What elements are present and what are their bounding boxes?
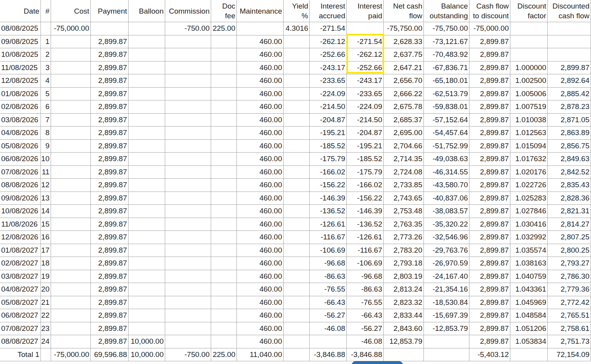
cash-flow-to-discount-cell: 2,899.87 bbox=[469, 231, 510, 244]
num-cell: 5 bbox=[41, 88, 51, 101]
yield-pct-cell bbox=[284, 270, 310, 283]
action-button[interactable] bbox=[352, 361, 403, 364]
discounted-cash-flow-cell: 2,871.05 bbox=[548, 114, 591, 127]
date-cell: 04/08/2027 bbox=[0, 283, 41, 296]
commission-cell bbox=[165, 218, 211, 231]
cost-cell bbox=[51, 335, 91, 348]
interest-accrued-cell: -262.12 bbox=[310, 35, 347, 49]
cash-flow-to-discount-cell: 2,899.87 bbox=[469, 244, 510, 257]
cost-cell bbox=[51, 309, 91, 322]
col-header-balloon: Balloon bbox=[129, 0, 165, 22]
doc-fee-cell bbox=[211, 296, 237, 309]
interest-paid-cell: -106.69 bbox=[347, 257, 384, 270]
discount-factor-cell: 1.038163 bbox=[510, 257, 548, 270]
maintenance-cell: 460.00 bbox=[237, 270, 284, 283]
date-cell: 10/08/2026 bbox=[0, 205, 41, 218]
maintenance-cell: 460.00 bbox=[237, 88, 284, 101]
net-cash-flow-cell: 2,666.22 bbox=[384, 88, 424, 101]
highlighted-interest-paid-cell: -252.66 bbox=[347, 62, 384, 75]
yield-pct-cell bbox=[284, 140, 310, 153]
net-cash-flow-cell: 2,704.66 bbox=[384, 140, 424, 153]
col-header-commission: Commission bbox=[165, 0, 211, 22]
discount-factor-cell: 1.022726 bbox=[510, 179, 548, 192]
balloon-cell bbox=[129, 283, 165, 296]
balloon-cell bbox=[129, 114, 165, 127]
net-cash-flow-cell: 2,724.08 bbox=[384, 166, 424, 179]
yield-pct-cell bbox=[284, 100, 310, 114]
num-cell: 23 bbox=[41, 322, 51, 336]
yield-pct-cell bbox=[284, 62, 310, 75]
balloon-cell bbox=[129, 127, 165, 140]
commission-cell bbox=[165, 48, 211, 62]
balance-outstanding-cell: -18,530.84 bbox=[424, 296, 469, 309]
interest-paid-cell: -185.52 bbox=[347, 153, 384, 166]
cash-flow-to-discount-cell: 2,899.87 bbox=[469, 127, 510, 140]
num-cell: 1 bbox=[41, 35, 51, 49]
discounted-cash-flow-cell: 2,779.36 bbox=[548, 283, 591, 296]
commission-cell bbox=[165, 114, 211, 127]
net-cash-flow-cell: 2,628.33 bbox=[384, 35, 424, 49]
payment-cell: 2,899.87 bbox=[91, 283, 129, 296]
discounted-cash-flow-cell: 2,835.43 bbox=[548, 179, 591, 192]
discount-factor-cell: 1.002500 bbox=[510, 74, 548, 88]
maintenance-cell: 460.00 bbox=[237, 192, 284, 205]
commission-cell bbox=[165, 35, 211, 49]
date-cell: 03/08/2026 bbox=[0, 114, 41, 127]
cost-cell bbox=[51, 205, 91, 218]
balloon-cell bbox=[129, 296, 165, 309]
payment-cell: 2,899.87 bbox=[91, 153, 129, 166]
yield-pct-cell bbox=[284, 309, 310, 322]
payment-cell: 2,899.87 bbox=[91, 296, 129, 309]
date-cell: 10/08/2025 bbox=[0, 48, 41, 62]
doc-fee-cell bbox=[211, 127, 237, 140]
commission-cell bbox=[165, 322, 211, 336]
interest-accrued-cell: -175.79 bbox=[310, 153, 347, 166]
interest-accrued-cell: -243.17 bbox=[310, 62, 347, 75]
cash-flow-to-discount-cell: 2,899.87 bbox=[469, 296, 510, 309]
balloon-cell bbox=[129, 192, 165, 205]
commission-cell bbox=[165, 257, 211, 270]
num-cell: 8 bbox=[41, 127, 51, 140]
interest-paid-cell: -204.87 bbox=[347, 127, 384, 140]
num-cell: 2 bbox=[41, 48, 51, 62]
cost-cell bbox=[51, 62, 91, 75]
balloon-cell bbox=[129, 100, 165, 114]
discount-factor-cell: 1.051206 bbox=[510, 322, 548, 336]
doc-fee-cell bbox=[211, 88, 237, 101]
payment-cell: 2,899.87 bbox=[91, 270, 129, 283]
balance-outstanding-cell: -15,697.39 bbox=[424, 309, 469, 322]
num-cell: 15 bbox=[41, 218, 51, 231]
col-header-num: # bbox=[41, 0, 51, 22]
discounted-cash-flow-cell bbox=[548, 22, 591, 35]
date-cell: 02/08/2026 bbox=[0, 100, 41, 114]
balance-outstanding-cell: -26,970.59 bbox=[424, 257, 469, 270]
cashflow-table: Date#CostPaymentBalloonCommissionDocfeeM… bbox=[0, 0, 591, 361]
discount-factor-cell bbox=[510, 48, 548, 62]
balance-outstanding-cell: -35,320.22 bbox=[424, 218, 469, 231]
date-cell: 08/08/2026 bbox=[0, 179, 41, 192]
balance-outstanding-cell: -38,083.57 bbox=[424, 205, 469, 218]
balance-outstanding-cell: -40,837.06 bbox=[424, 192, 469, 205]
discounted-cash-flow-cell: 2,807.25 bbox=[548, 231, 591, 244]
commission-cell bbox=[165, 88, 211, 101]
payment-cell: 2,899.87 bbox=[91, 231, 129, 244]
commission-cell bbox=[165, 244, 211, 257]
yield-pct-cell bbox=[284, 335, 310, 348]
maintenance-cell: 460.00 bbox=[237, 179, 284, 192]
balance-outstanding-cell: -57,152.64 bbox=[424, 114, 469, 127]
payment-cell: 2,899.87 bbox=[91, 179, 129, 192]
balloon-cell bbox=[129, 153, 165, 166]
interest-paid-cell: -224.09 bbox=[347, 100, 384, 114]
date-cell: 01/08/2027 bbox=[0, 244, 41, 257]
cost-cell bbox=[51, 153, 91, 166]
balloon-cell bbox=[129, 205, 165, 218]
cost-cell bbox=[51, 192, 91, 205]
maintenance-cell: 460.00 bbox=[237, 205, 284, 218]
highlighted-interest-paid-cell: -271.54 bbox=[347, 35, 384, 49]
commission-cell bbox=[165, 270, 211, 283]
doc-fee-cell bbox=[211, 231, 237, 244]
col-header-date: Date bbox=[0, 0, 41, 22]
discounted-cash-flow-cell: 2,751.73 bbox=[548, 335, 591, 348]
highlighted-interest-paid-cell: -262.12 bbox=[347, 48, 384, 62]
doc-fee-cell bbox=[211, 140, 237, 153]
